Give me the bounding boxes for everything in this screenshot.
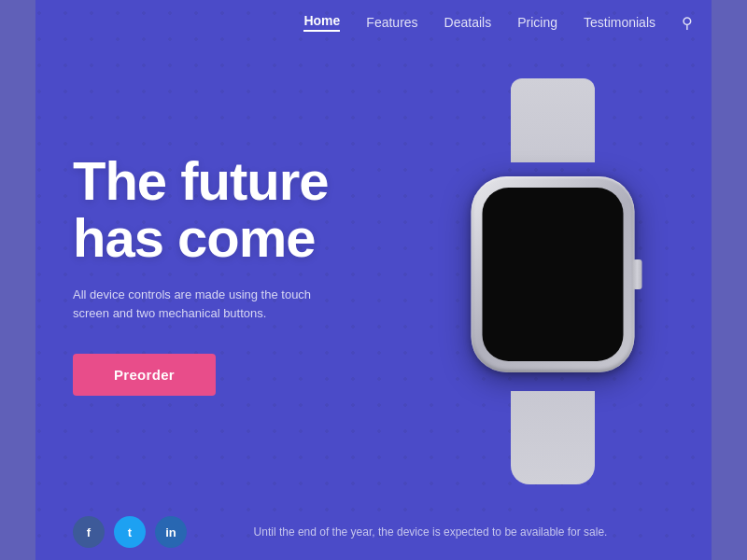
- watch-band-top: [511, 78, 595, 162]
- preorder-button[interactable]: Preorder: [73, 354, 216, 396]
- watch-case: [472, 176, 635, 372]
- watch-image: [394, 88, 712, 461]
- nav-features[interactable]: Features: [366, 15, 417, 30]
- social-icons: f t in: [73, 516, 187, 548]
- watch-screen: [483, 188, 624, 361]
- nav-pricing[interactable]: Pricing: [517, 15, 557, 30]
- hero-section: The future has come All device controls …: [35, 45, 712, 504]
- watch-band-bottom: [511, 391, 595, 484]
- hero-subtitle: All device controls are made using the t…: [73, 286, 334, 325]
- footer: f t in Until the end of the year, the de…: [35, 504, 712, 560]
- nav-details[interactable]: Deatails: [444, 15, 492, 30]
- watch-crown: [633, 259, 642, 289]
- linkedin-button[interactable]: in: [155, 516, 187, 548]
- page-wrapper: Home Features Deatails Pricing Testimoni…: [0, 0, 747, 560]
- nav-testimonials[interactable]: Testimonials: [584, 15, 655, 30]
- twitter-button[interactable]: t: [114, 516, 146, 548]
- search-icon[interactable]: ⚲: [682, 14, 693, 32]
- hero-title: The future has come: [73, 153, 375, 267]
- watch-container: [459, 139, 646, 410]
- side-panel-right: [712, 0, 747, 560]
- nav-home[interactable]: Home: [303, 13, 340, 32]
- side-panel-left: [0, 0, 35, 560]
- facebook-button[interactable]: f: [73, 516, 105, 548]
- hero-text-block: The future has come All device controls …: [35, 153, 394, 396]
- main-content: Home Features Deatails Pricing Testimoni…: [35, 0, 712, 560]
- watch-body: [472, 176, 635, 372]
- footer-text: Until the end of the year, the device is…: [187, 525, 674, 539]
- navbar: Home Features Deatails Pricing Testimoni…: [35, 0, 712, 45]
